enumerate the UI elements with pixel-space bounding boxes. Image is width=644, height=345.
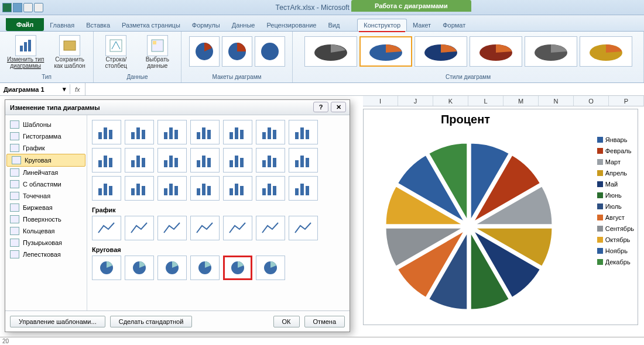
chart-subtype-thumb[interactable]	[92, 176, 121, 201]
chart-layout-gallery[interactable]	[187, 34, 287, 69]
chart-subtype-thumb[interactable]	[125, 176, 154, 201]
category-item[interactable]: График	[5, 142, 87, 154]
save-template-button[interactable]: Сохранить как шаблон	[50, 34, 90, 70]
layout-thumb[interactable]	[255, 36, 285, 67]
style-thumb[interactable]	[304, 36, 357, 67]
style-thumb[interactable]	[470, 36, 522, 67]
chart-subtype-thumb[interactable]	[256, 148, 285, 172]
chart-subtype-thumb[interactable]	[223, 120, 252, 144]
ok-button[interactable]: ОК	[273, 316, 300, 327]
chart-subtype-thumb[interactable]	[92, 216, 121, 240]
chart-subtype-thumb[interactable]	[223, 216, 252, 240]
style-thumb-selected[interactable]	[359, 36, 412, 67]
col-header[interactable]: I	[363, 96, 398, 106]
chart-subtype-thumb[interactable]	[289, 148, 318, 172]
category-item[interactable]: Лепестковая	[5, 249, 87, 260]
chart-subtype-thumb[interactable]	[125, 216, 154, 240]
layout-thumb[interactable]	[222, 36, 252, 67]
cancel-button[interactable]: Отмена	[304, 316, 345, 327]
col-header[interactable]: K	[433, 96, 468, 106]
chart-subtype-thumb[interactable]	[256, 176, 285, 201]
chart-subtype-thumb[interactable]	[223, 148, 252, 172]
name-box[interactable]: Диаграмма 1 ▾	[0, 84, 70, 94]
chart-subtype-thumb[interactable]	[157, 120, 187, 144]
undo-icon[interactable]	[23, 3, 33, 12]
tab-page-layout[interactable]: Разметка страницы	[116, 19, 186, 31]
style-thumb[interactable]	[525, 36, 577, 67]
chart-subtype-thumb[interactable]	[190, 256, 220, 280]
category-item[interactable]: Круговая	[6, 154, 85, 167]
chart-subtype-thumb[interactable]	[289, 216, 318, 240]
chart-subtype-thumb[interactable]	[190, 176, 220, 201]
close-icon[interactable]: ✕	[331, 102, 346, 112]
chart-subtype-thumb[interactable]	[157, 176, 187, 201]
chart-subtype-thumb[interactable]	[157, 216, 187, 240]
chart-subtype-thumb[interactable]	[256, 256, 285, 280]
tab-view[interactable]: Вид	[322, 19, 345, 31]
chart-subtype-thumb[interactable]	[92, 256, 121, 280]
chart-subtype-thumb[interactable]	[92, 148, 121, 172]
col-header[interactable]: M	[503, 96, 539, 106]
chart-style-gallery[interactable]	[302, 34, 635, 73]
style-thumb[interactable]	[580, 36, 632, 67]
col-header[interactable]: P	[609, 96, 644, 106]
chevron-down-icon[interactable]: ▾	[63, 85, 66, 93]
category-item[interactable]: Шаблоны	[5, 119, 87, 130]
tab-review[interactable]: Рецензирование	[261, 19, 322, 31]
col-header[interactable]: J	[398, 96, 433, 106]
category-item[interactable]: Гистограмма	[5, 130, 87, 142]
category-label: Пузырьковая	[23, 239, 62, 246]
category-item[interactable]: Кольцевая	[5, 225, 87, 237]
category-item[interactable]: Поверхность	[5, 213, 87, 225]
save-icon[interactable]	[13, 3, 22, 12]
chart-subtype-thumb[interactable]	[223, 256, 252, 280]
tab-home[interactable]: Главная	[44, 19, 80, 31]
tab-insert[interactable]: Вставка	[80, 19, 116, 31]
category-icon	[10, 250, 19, 258]
category-item[interactable]: С областями	[5, 178, 87, 190]
fx-label[interactable]: fx	[70, 86, 85, 93]
legend-label: Апрель	[605, 170, 627, 177]
chart-subtype-thumb[interactable]	[289, 176, 318, 201]
chart-subtype-thumb[interactable]	[256, 216, 285, 240]
col-header[interactable]: N	[539, 96, 574, 106]
chart-subtype-thumb[interactable]	[190, 120, 220, 144]
dialog-titlebar[interactable]: Изменение типа диаграммы ? ✕	[5, 100, 350, 115]
chart-subtype-thumb[interactable]	[157, 148, 187, 172]
manage-templates-button[interactable]: Управление шаблонами...	[10, 316, 105, 327]
chart-subtype-thumb[interactable]	[190, 148, 220, 172]
embedded-chart[interactable]: Процент ЯнварьФевральМартАпрельМайИюньИю…	[363, 109, 638, 325]
tab-layout[interactable]: Макет	[407, 19, 437, 31]
style-thumb[interactable]	[415, 36, 467, 67]
tab-data[interactable]: Данные	[226, 19, 261, 31]
col-header[interactable]: O	[574, 96, 609, 106]
chart-subtype-thumb[interactable]	[289, 120, 318, 144]
category-item[interactable]: Пузырьковая	[5, 237, 87, 249]
select-data-button[interactable]: Выбрать данные	[138, 34, 177, 70]
file-tab[interactable]: Файл	[6, 18, 44, 31]
category-item[interactable]: Линейчатая	[5, 167, 87, 178]
col-header[interactable]: L	[468, 96, 503, 106]
redo-icon[interactable]	[34, 3, 43, 12]
chart-subtype-thumb[interactable]	[125, 256, 154, 280]
category-item[interactable]: Биржевая	[5, 202, 87, 213]
tab-formulas[interactable]: Формулы	[186, 19, 226, 31]
chart-subtype-thumb[interactable]	[157, 256, 187, 280]
chart-subtype-thumb[interactable]	[256, 120, 285, 144]
chart-title[interactable]: Процент	[364, 113, 567, 126]
svg-rect-62	[136, 184, 140, 195]
tab-format[interactable]: Формат	[437, 19, 471, 31]
category-item[interactable]: Точечная	[5, 190, 87, 202]
formula-input[interactable]	[85, 83, 644, 95]
chart-subtype-thumb[interactable]	[92, 120, 121, 144]
chart-subtype-thumb[interactable]	[125, 120, 154, 144]
change-chart-type-button[interactable]: Изменить тип диаграммы	[4, 34, 47, 70]
make-default-button[interactable]: Сделать стандартной	[110, 316, 193, 327]
switch-row-col-button[interactable]: Строка/столбец	[97, 34, 135, 70]
chart-subtype-thumb[interactable]	[190, 216, 220, 240]
chart-subtype-thumb[interactable]	[125, 148, 154, 172]
chart-subtype-thumb[interactable]	[223, 176, 252, 201]
tab-design[interactable]: Конструктор	[357, 19, 407, 31]
help-icon[interactable]: ?	[313, 102, 328, 112]
layout-thumb[interactable]	[189, 36, 220, 67]
